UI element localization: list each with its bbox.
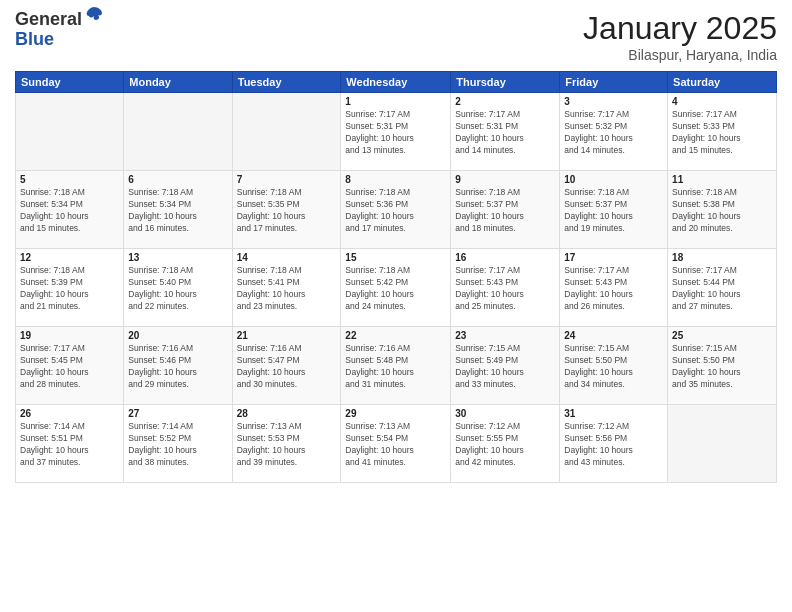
day-number: 10 bbox=[564, 174, 663, 185]
calendar-cell: 28Sunrise: 7:13 AM Sunset: 5:53 PM Dayli… bbox=[232, 405, 341, 483]
calendar-header-saturday: Saturday bbox=[668, 72, 777, 93]
day-info: Sunrise: 7:18 AM Sunset: 5:36 PM Dayligh… bbox=[345, 187, 446, 235]
calendar-cell: 31Sunrise: 7:12 AM Sunset: 5:56 PM Dayli… bbox=[560, 405, 668, 483]
calendar-cell bbox=[668, 405, 777, 483]
calendar-cell: 20Sunrise: 7:16 AM Sunset: 5:46 PM Dayli… bbox=[124, 327, 232, 405]
day-number: 17 bbox=[564, 252, 663, 263]
day-info: Sunrise: 7:17 AM Sunset: 5:43 PM Dayligh… bbox=[564, 265, 663, 313]
day-info: Sunrise: 7:17 AM Sunset: 5:43 PM Dayligh… bbox=[455, 265, 555, 313]
calendar-week-4: 19Sunrise: 7:17 AM Sunset: 5:45 PM Dayli… bbox=[16, 327, 777, 405]
calendar-cell: 24Sunrise: 7:15 AM Sunset: 5:50 PM Dayli… bbox=[560, 327, 668, 405]
day-number: 18 bbox=[672, 252, 772, 263]
calendar-cell: 23Sunrise: 7:15 AM Sunset: 5:49 PM Dayli… bbox=[451, 327, 560, 405]
logo-bird-icon bbox=[84, 5, 104, 25]
day-number: 21 bbox=[237, 330, 337, 341]
calendar-cell: 4Sunrise: 7:17 AM Sunset: 5:33 PM Daylig… bbox=[668, 93, 777, 171]
day-info: Sunrise: 7:13 AM Sunset: 5:53 PM Dayligh… bbox=[237, 421, 337, 469]
day-number: 22 bbox=[345, 330, 446, 341]
calendar-cell: 30Sunrise: 7:12 AM Sunset: 5:55 PM Dayli… bbox=[451, 405, 560, 483]
day-number: 1 bbox=[345, 96, 446, 107]
calendar-cell: 9Sunrise: 7:18 AM Sunset: 5:37 PM Daylig… bbox=[451, 171, 560, 249]
calendar-cell: 3Sunrise: 7:17 AM Sunset: 5:32 PM Daylig… bbox=[560, 93, 668, 171]
day-number: 30 bbox=[455, 408, 555, 419]
calendar-header-thursday: Thursday bbox=[451, 72, 560, 93]
calendar-cell: 12Sunrise: 7:18 AM Sunset: 5:39 PM Dayli… bbox=[16, 249, 124, 327]
calendar-week-5: 26Sunrise: 7:14 AM Sunset: 5:51 PM Dayli… bbox=[16, 405, 777, 483]
calendar-cell: 25Sunrise: 7:15 AM Sunset: 5:50 PM Dayli… bbox=[668, 327, 777, 405]
day-info: Sunrise: 7:17 AM Sunset: 5:44 PM Dayligh… bbox=[672, 265, 772, 313]
calendar-week-1: 1Sunrise: 7:17 AM Sunset: 5:31 PM Daylig… bbox=[16, 93, 777, 171]
calendar-cell bbox=[232, 93, 341, 171]
logo: General Blue bbox=[15, 10, 104, 50]
day-number: 13 bbox=[128, 252, 227, 263]
day-number: 8 bbox=[345, 174, 446, 185]
calendar-cell bbox=[16, 93, 124, 171]
calendar-cell: 6Sunrise: 7:18 AM Sunset: 5:34 PM Daylig… bbox=[124, 171, 232, 249]
logo-text: General Blue bbox=[15, 10, 104, 50]
day-info: Sunrise: 7:18 AM Sunset: 5:39 PM Dayligh… bbox=[20, 265, 119, 313]
day-info: Sunrise: 7:12 AM Sunset: 5:56 PM Dayligh… bbox=[564, 421, 663, 469]
calendar-cell: 22Sunrise: 7:16 AM Sunset: 5:48 PM Dayli… bbox=[341, 327, 451, 405]
day-number: 20 bbox=[128, 330, 227, 341]
day-info: Sunrise: 7:18 AM Sunset: 5:37 PM Dayligh… bbox=[455, 187, 555, 235]
calendar-cell: 7Sunrise: 7:18 AM Sunset: 5:35 PM Daylig… bbox=[232, 171, 341, 249]
calendar-cell: 1Sunrise: 7:17 AM Sunset: 5:31 PM Daylig… bbox=[341, 93, 451, 171]
calendar-header-monday: Monday bbox=[124, 72, 232, 93]
day-info: Sunrise: 7:18 AM Sunset: 5:34 PM Dayligh… bbox=[20, 187, 119, 235]
calendar-header-wednesday: Wednesday bbox=[341, 72, 451, 93]
day-info: Sunrise: 7:17 AM Sunset: 5:33 PM Dayligh… bbox=[672, 109, 772, 157]
calendar-week-3: 12Sunrise: 7:18 AM Sunset: 5:39 PM Dayli… bbox=[16, 249, 777, 327]
day-info: Sunrise: 7:18 AM Sunset: 5:42 PM Dayligh… bbox=[345, 265, 446, 313]
day-number: 7 bbox=[237, 174, 337, 185]
calendar-cell: 8Sunrise: 7:18 AM Sunset: 5:36 PM Daylig… bbox=[341, 171, 451, 249]
header: General Blue January 2025 Bilaspur, Hary… bbox=[15, 10, 777, 63]
day-info: Sunrise: 7:14 AM Sunset: 5:52 PM Dayligh… bbox=[128, 421, 227, 469]
calendar-cell: 26Sunrise: 7:14 AM Sunset: 5:51 PM Dayli… bbox=[16, 405, 124, 483]
calendar-cell: 17Sunrise: 7:17 AM Sunset: 5:43 PM Dayli… bbox=[560, 249, 668, 327]
day-number: 19 bbox=[20, 330, 119, 341]
calendar-cell: 15Sunrise: 7:18 AM Sunset: 5:42 PM Dayli… bbox=[341, 249, 451, 327]
calendar-cell: 13Sunrise: 7:18 AM Sunset: 5:40 PM Dayli… bbox=[124, 249, 232, 327]
day-info: Sunrise: 7:15 AM Sunset: 5:49 PM Dayligh… bbox=[455, 343, 555, 391]
day-number: 15 bbox=[345, 252, 446, 263]
logo-general: General bbox=[15, 10, 104, 30]
day-number: 23 bbox=[455, 330, 555, 341]
day-number: 25 bbox=[672, 330, 772, 341]
calendar-header-tuesday: Tuesday bbox=[232, 72, 341, 93]
day-number: 9 bbox=[455, 174, 555, 185]
month-title: January 2025 bbox=[583, 10, 777, 47]
day-info: Sunrise: 7:17 AM Sunset: 5:45 PM Dayligh… bbox=[20, 343, 119, 391]
calendar-cell: 16Sunrise: 7:17 AM Sunset: 5:43 PM Dayli… bbox=[451, 249, 560, 327]
day-info: Sunrise: 7:16 AM Sunset: 5:47 PM Dayligh… bbox=[237, 343, 337, 391]
calendar: SundayMondayTuesdayWednesdayThursdayFrid… bbox=[15, 71, 777, 483]
calendar-cell: 29Sunrise: 7:13 AM Sunset: 5:54 PM Dayli… bbox=[341, 405, 451, 483]
day-info: Sunrise: 7:16 AM Sunset: 5:48 PM Dayligh… bbox=[345, 343, 446, 391]
day-info: Sunrise: 7:18 AM Sunset: 5:34 PM Dayligh… bbox=[128, 187, 227, 235]
day-number: 16 bbox=[455, 252, 555, 263]
location: Bilaspur, Haryana, India bbox=[583, 47, 777, 63]
page: General Blue January 2025 Bilaspur, Hary… bbox=[0, 0, 792, 612]
calendar-cell: 27Sunrise: 7:14 AM Sunset: 5:52 PM Dayli… bbox=[124, 405, 232, 483]
day-number: 29 bbox=[345, 408, 446, 419]
day-info: Sunrise: 7:17 AM Sunset: 5:31 PM Dayligh… bbox=[455, 109, 555, 157]
day-number: 6 bbox=[128, 174, 227, 185]
day-number: 26 bbox=[20, 408, 119, 419]
day-info: Sunrise: 7:15 AM Sunset: 5:50 PM Dayligh… bbox=[564, 343, 663, 391]
calendar-cell: 19Sunrise: 7:17 AM Sunset: 5:45 PM Dayli… bbox=[16, 327, 124, 405]
calendar-cell: 14Sunrise: 7:18 AM Sunset: 5:41 PM Dayli… bbox=[232, 249, 341, 327]
calendar-cell: 11Sunrise: 7:18 AM Sunset: 5:38 PM Dayli… bbox=[668, 171, 777, 249]
calendar-header-friday: Friday bbox=[560, 72, 668, 93]
calendar-header-row: SundayMondayTuesdayWednesdayThursdayFrid… bbox=[16, 72, 777, 93]
calendar-cell: 5Sunrise: 7:18 AM Sunset: 5:34 PM Daylig… bbox=[16, 171, 124, 249]
calendar-cell: 21Sunrise: 7:16 AM Sunset: 5:47 PM Dayli… bbox=[232, 327, 341, 405]
logo-blue: Blue bbox=[15, 30, 104, 50]
day-info: Sunrise: 7:17 AM Sunset: 5:32 PM Dayligh… bbox=[564, 109, 663, 157]
day-info: Sunrise: 7:12 AM Sunset: 5:55 PM Dayligh… bbox=[455, 421, 555, 469]
day-number: 27 bbox=[128, 408, 227, 419]
day-info: Sunrise: 7:16 AM Sunset: 5:46 PM Dayligh… bbox=[128, 343, 227, 391]
day-number: 24 bbox=[564, 330, 663, 341]
calendar-cell: 10Sunrise: 7:18 AM Sunset: 5:37 PM Dayli… bbox=[560, 171, 668, 249]
day-number: 2 bbox=[455, 96, 555, 107]
day-number: 14 bbox=[237, 252, 337, 263]
day-info: Sunrise: 7:18 AM Sunset: 5:41 PM Dayligh… bbox=[237, 265, 337, 313]
